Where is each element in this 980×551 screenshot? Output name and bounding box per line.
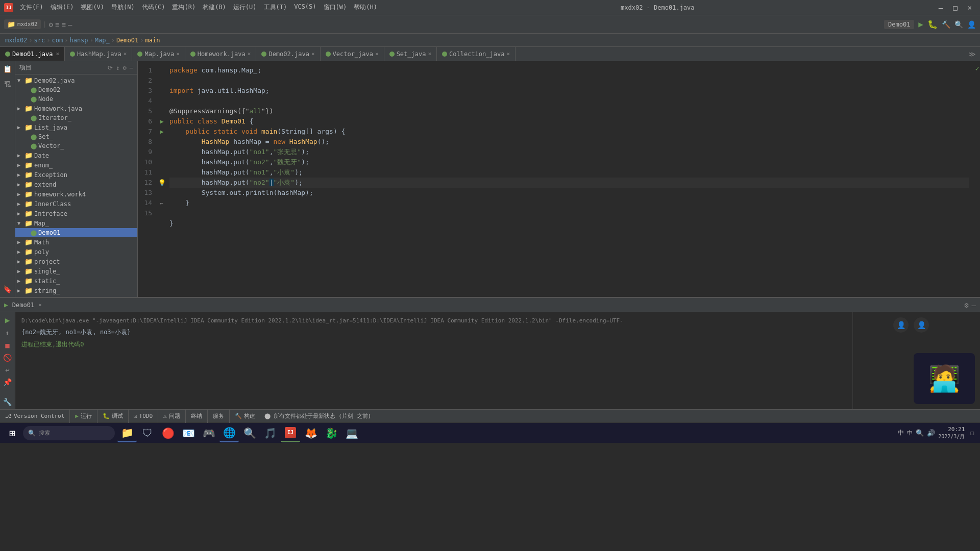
tree-item-exception[interactable]: ▶ 📁 Exception <box>15 170 137 180</box>
status-tab-debug[interactable]: 🐛 调试 <box>97 410 128 423</box>
run-wrap-button[interactable]: ↩ <box>5 366 9 374</box>
tab-demo01[interactable]: Demo01.java × <box>0 47 65 61</box>
menu-view[interactable]: 视图(V) <box>77 1 108 14</box>
menu-run[interactable]: 运行(U) <box>230 1 260 14</box>
taskbar-app-browser[interactable]: 🌐 <box>219 424 239 442</box>
status-tab-terminal[interactable]: 终结 <box>185 410 207 423</box>
nav-icon3[interactable]: ≡ <box>61 20 65 29</box>
run-minimize-icon[interactable]: — <box>972 301 976 309</box>
breadcrumb-hansp[interactable]: hansp <box>69 37 88 44</box>
breadcrumb-src[interactable]: src <box>34 37 45 44</box>
run-tools-button[interactable]: 🔧 <box>3 398 12 406</box>
tree-item-project[interactable]: ▶ 📁 project <box>15 257 137 266</box>
title-controls[interactable]: — □ × <box>935 3 976 13</box>
breadcrumb-mxdx02[interactable]: mxdx02 <box>5 37 27 44</box>
code-editor[interactable]: package com.hansp.Map_; import java.util… <box>167 61 973 297</box>
run-tab-close[interactable]: × <box>38 302 42 308</box>
run-stop-button[interactable]: ■ <box>5 341 9 349</box>
taskbar-app-red[interactable]: 🔴 <box>158 424 178 442</box>
tab-collection-close[interactable]: × <box>506 51 510 57</box>
taskbar-app-music[interactable]: 🎵 <box>260 424 280 442</box>
breadcrumb-map[interactable]: Map_ <box>95 37 110 44</box>
minimize-button[interactable]: — <box>935 3 947 13</box>
close-button[interactable]: × <box>964 3 976 13</box>
sidebar-settings-icon[interactable]: ⚙ <box>123 64 127 71</box>
build-button[interactable]: 🔨 <box>942 20 950 29</box>
taskbar-app-fox[interactable]: 🦊 <box>301 424 321 442</box>
menu-edit[interactable]: 编辑(E) <box>47 1 78 14</box>
bulb-gutter-12[interactable]: 💡 <box>156 178 167 188</box>
tree-item-static[interactable]: ▶ 📁 static_ <box>15 276 137 286</box>
taskbar-app-email[interactable]: 📧 <box>179 424 198 442</box>
tab-vector[interactable]: Vector_java × <box>321 47 384 61</box>
run-gutter-7[interactable]: ▶ <box>156 127 167 137</box>
tree-item-demo01[interactable]: ⬤ Demo01 <box>15 228 137 237</box>
status-tab-build[interactable]: 🔨 构建 <box>229 410 260 423</box>
structure-icon[interactable]: 🏗 <box>3 79 13 90</box>
tree-item-date[interactable]: ▶ 📁 Date <box>15 151 137 160</box>
maximize-button[interactable]: □ <box>949 3 961 13</box>
menu-refactor[interactable]: 重构(R) <box>168 1 199 14</box>
taskbar-input-method[interactable]: 中 <box>898 429 904 437</box>
tree-item-iterator[interactable]: ⬤ Iterator_ <box>15 113 137 122</box>
menu-tools[interactable]: 工具(T) <box>260 1 291 14</box>
run-clear-button[interactable]: 🚫 <box>3 354 12 362</box>
tree-item-demo02java[interactable]: ▼ 📁 Demo02.java <box>15 76 137 85</box>
tree-item-homeworkjava[interactable]: ▶ 📁 Homework.java <box>15 104 137 113</box>
show-desktop[interactable]: □ <box>968 430 974 436</box>
menu-vcs[interactable]: VCS(S) <box>290 1 320 14</box>
nav-icon2[interactable]: ≡ <box>55 20 59 29</box>
tab-set-close[interactable]: × <box>428 51 431 57</box>
run-pin-button[interactable]: 📌 <box>3 378 12 386</box>
nav-icon1[interactable]: ⚙ <box>49 20 53 29</box>
tree-item-math[interactable]: ▶ 📁 Math <box>15 237 137 247</box>
sidebar-close-icon[interactable]: — <box>130 64 133 71</box>
tab-set[interactable]: Set_java × <box>384 47 437 61</box>
tree-item-innerclass[interactable]: ▶ 📁 InnerClass <box>15 199 137 209</box>
taskbar-lang[interactable]: 中 <box>907 429 913 437</box>
tree-item-poly[interactable]: ▶ 📁 poly <box>15 247 137 257</box>
toolbar-search[interactable]: 🔍 <box>954 20 963 29</box>
tree-item-string[interactable]: ▶ 📁 string_ <box>15 286 137 295</box>
status-tab-vc[interactable]: ⎇ Version Control <box>0 410 69 423</box>
tab-homework-close[interactable]: × <box>248 51 251 57</box>
fold-gutter-14[interactable]: ⌐ <box>156 198 167 208</box>
status-tab-services[interactable]: 服务 <box>207 410 229 423</box>
tree-item-set[interactable]: ⬤ Set_ <box>15 132 137 141</box>
taskbar-app-idea[interactable]: IJ <box>281 424 300 442</box>
taskbar-app-explorer[interactable]: 📁 <box>117 424 137 442</box>
run-config-selector[interactable]: Demo01 <box>884 20 914 29</box>
taskbar-app-extra1[interactable]: 🐉 <box>322 424 341 442</box>
status-tab-problems[interactable]: ⚠ 问题 <box>158 410 185 423</box>
menu-bar[interactable]: 文件(F) 编辑(E) 视图(V) 导航(N) 代码(C) 重构(R) 构建(B… <box>16 1 381 14</box>
tab-hashmap[interactable]: HashMap.java × <box>65 47 132 61</box>
taskbar-search-right[interactable]: 🔍 <box>916 429 924 437</box>
tab-demo01-close[interactable]: × <box>56 51 59 57</box>
project-icon[interactable]: 📋 <box>2 63 13 74</box>
start-button[interactable]: ⊞ <box>2 424 22 442</box>
project-selector[interactable]: 📁 mxdx02 <box>4 19 41 29</box>
toolbar-user[interactable]: 👤 <box>967 20 976 29</box>
taskbar-app-extra2[interactable]: 💻 <box>342 424 361 442</box>
tree-item-demo02[interactable]: ⬤ Demo02 <box>15 85 137 94</box>
search-bar[interactable]: 🔍 搜索 <box>23 426 115 440</box>
menu-window[interactable]: 窗口(W) <box>320 1 351 14</box>
sidebar-header-icons[interactable]: ⟳ ↕ ⚙ — <box>108 64 133 71</box>
run-gutter-6[interactable]: ▶ <box>156 116 167 127</box>
tree-item-enum[interactable]: ▶ 📁 enum_ <box>15 160 137 170</box>
sidebar-expand-icon[interactable]: ↕ <box>116 64 119 71</box>
tab-vector-close[interactable]: × <box>375 51 379 57</box>
menu-help[interactable]: 帮助(H) <box>350 1 381 14</box>
run-play-button[interactable]: ▶ <box>5 315 10 325</box>
tree-item-node[interactable]: ⬤ Node <box>15 94 137 104</box>
tab-demo02-close[interactable]: × <box>311 51 315 57</box>
taskbar-app-chrome[interactable]: 🛡 <box>138 424 157 442</box>
tree-item-single[interactable]: ▶ 📁 single_ <box>15 266 137 276</box>
tree-item-map[interactable]: ▼ 📁 Map_ <box>15 218 137 228</box>
tab-demo02[interactable]: Demo02.java × <box>256 47 320 61</box>
menu-file[interactable]: 文件(F) <box>16 1 47 14</box>
tree-item-extend[interactable]: ▶ 📁 extend <box>15 180 137 189</box>
breadcrumb-com[interactable]: com <box>52 37 63 44</box>
tree-item-intreface[interactable]: ▶ 📁 Intreface <box>15 209 137 218</box>
tab-more[interactable]: ≫ <box>964 50 980 58</box>
